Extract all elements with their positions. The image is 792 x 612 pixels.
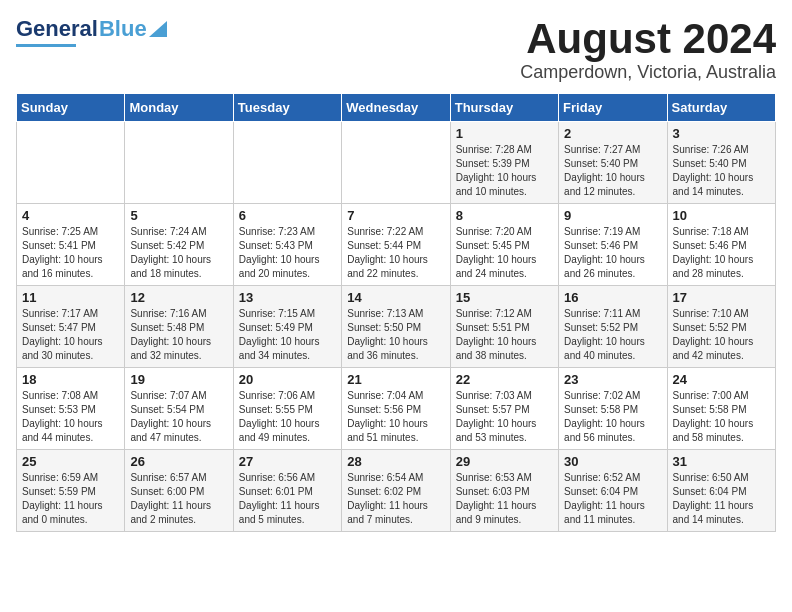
table-row: 18Sunrise: 7:08 AM Sunset: 5:53 PM Dayli…	[17, 368, 125, 450]
day-info: Sunrise: 7:06 AM Sunset: 5:55 PM Dayligh…	[239, 389, 336, 445]
day-info: Sunrise: 7:07 AM Sunset: 5:54 PM Dayligh…	[130, 389, 227, 445]
day-info: Sunrise: 6:53 AM Sunset: 6:03 PM Dayligh…	[456, 471, 553, 527]
table-row: 29Sunrise: 6:53 AM Sunset: 6:03 PM Dayli…	[450, 450, 558, 532]
header-monday: Monday	[125, 94, 233, 122]
table-row: 11Sunrise: 7:17 AM Sunset: 5:47 PM Dayli…	[17, 286, 125, 368]
day-info: Sunrise: 7:17 AM Sunset: 5:47 PM Dayligh…	[22, 307, 119, 363]
day-number: 18	[22, 372, 119, 387]
header-friday: Friday	[559, 94, 667, 122]
table-row: 28Sunrise: 6:54 AM Sunset: 6:02 PM Dayli…	[342, 450, 450, 532]
logo-underline	[16, 44, 76, 47]
table-row: 12Sunrise: 7:16 AM Sunset: 5:48 PM Dayli…	[125, 286, 233, 368]
day-number: 5	[130, 208, 227, 223]
table-row: 4Sunrise: 7:25 AM Sunset: 5:41 PM Daylig…	[17, 204, 125, 286]
day-number: 21	[347, 372, 444, 387]
table-row	[342, 122, 450, 204]
day-info: Sunrise: 7:23 AM Sunset: 5:43 PM Dayligh…	[239, 225, 336, 281]
day-info: Sunrise: 7:28 AM Sunset: 5:39 PM Dayligh…	[456, 143, 553, 199]
day-number: 27	[239, 454, 336, 469]
day-info: Sunrise: 7:02 AM Sunset: 5:58 PM Dayligh…	[564, 389, 661, 445]
day-info: Sunrise: 7:11 AM Sunset: 5:52 PM Dayligh…	[564, 307, 661, 363]
day-info: Sunrise: 7:04 AM Sunset: 5:56 PM Dayligh…	[347, 389, 444, 445]
day-number: 17	[673, 290, 770, 305]
table-row: 24Sunrise: 7:00 AM Sunset: 5:58 PM Dayli…	[667, 368, 775, 450]
table-row: 26Sunrise: 6:57 AM Sunset: 6:00 PM Dayli…	[125, 450, 233, 532]
day-number: 30	[564, 454, 661, 469]
calendar-header-row: Sunday Monday Tuesday Wednesday Thursday…	[17, 94, 776, 122]
day-number: 12	[130, 290, 227, 305]
day-info: Sunrise: 6:59 AM Sunset: 5:59 PM Dayligh…	[22, 471, 119, 527]
day-number: 15	[456, 290, 553, 305]
page-header: General Blue August 2024 Camperdown, Vic…	[16, 16, 776, 83]
table-row: 2Sunrise: 7:27 AM Sunset: 5:40 PM Daylig…	[559, 122, 667, 204]
calendar-subtitle: Camperdown, Victoria, Australia	[520, 62, 776, 83]
day-info: Sunrise: 7:27 AM Sunset: 5:40 PM Dayligh…	[564, 143, 661, 199]
day-number: 6	[239, 208, 336, 223]
table-row: 6Sunrise: 7:23 AM Sunset: 5:43 PM Daylig…	[233, 204, 341, 286]
day-number: 31	[673, 454, 770, 469]
day-info: Sunrise: 7:03 AM Sunset: 5:57 PM Dayligh…	[456, 389, 553, 445]
day-info: Sunrise: 7:13 AM Sunset: 5:50 PM Dayligh…	[347, 307, 444, 363]
header-saturday: Saturday	[667, 94, 775, 122]
header-sunday: Sunday	[17, 94, 125, 122]
day-info: Sunrise: 7:08 AM Sunset: 5:53 PM Dayligh…	[22, 389, 119, 445]
table-row: 14Sunrise: 7:13 AM Sunset: 5:50 PM Dayli…	[342, 286, 450, 368]
logo-blue: Blue	[99, 16, 147, 42]
day-number: 23	[564, 372, 661, 387]
day-info: Sunrise: 7:18 AM Sunset: 5:46 PM Dayligh…	[673, 225, 770, 281]
day-number: 13	[239, 290, 336, 305]
table-row: 23Sunrise: 7:02 AM Sunset: 5:58 PM Dayli…	[559, 368, 667, 450]
logo-general: General	[16, 16, 98, 42]
day-number: 19	[130, 372, 227, 387]
day-number: 9	[564, 208, 661, 223]
table-row: 3Sunrise: 7:26 AM Sunset: 5:40 PM Daylig…	[667, 122, 775, 204]
table-row	[125, 122, 233, 204]
day-info: Sunrise: 7:19 AM Sunset: 5:46 PM Dayligh…	[564, 225, 661, 281]
table-row: 17Sunrise: 7:10 AM Sunset: 5:52 PM Dayli…	[667, 286, 775, 368]
table-row: 25Sunrise: 6:59 AM Sunset: 5:59 PM Dayli…	[17, 450, 125, 532]
day-info: Sunrise: 7:00 AM Sunset: 5:58 PM Dayligh…	[673, 389, 770, 445]
day-info: Sunrise: 6:57 AM Sunset: 6:00 PM Dayligh…	[130, 471, 227, 527]
table-row: 22Sunrise: 7:03 AM Sunset: 5:57 PM Dayli…	[450, 368, 558, 450]
day-info: Sunrise: 6:50 AM Sunset: 6:04 PM Dayligh…	[673, 471, 770, 527]
table-row: 27Sunrise: 6:56 AM Sunset: 6:01 PM Dayli…	[233, 450, 341, 532]
table-row	[17, 122, 125, 204]
day-number: 14	[347, 290, 444, 305]
day-number: 8	[456, 208, 553, 223]
day-number: 11	[22, 290, 119, 305]
logo-arrow-icon	[149, 21, 167, 37]
day-number: 24	[673, 372, 770, 387]
table-row: 10Sunrise: 7:18 AM Sunset: 5:46 PM Dayli…	[667, 204, 775, 286]
day-info: Sunrise: 7:24 AM Sunset: 5:42 PM Dayligh…	[130, 225, 227, 281]
day-number: 26	[130, 454, 227, 469]
header-tuesday: Tuesday	[233, 94, 341, 122]
table-row	[233, 122, 341, 204]
calendar-title: August 2024	[520, 16, 776, 62]
day-info: Sunrise: 7:16 AM Sunset: 5:48 PM Dayligh…	[130, 307, 227, 363]
table-row: 13Sunrise: 7:15 AM Sunset: 5:49 PM Dayli…	[233, 286, 341, 368]
table-row: 31Sunrise: 6:50 AM Sunset: 6:04 PM Dayli…	[667, 450, 775, 532]
day-number: 7	[347, 208, 444, 223]
day-number: 20	[239, 372, 336, 387]
table-row: 7Sunrise: 7:22 AM Sunset: 5:44 PM Daylig…	[342, 204, 450, 286]
calendar-week-row: 18Sunrise: 7:08 AM Sunset: 5:53 PM Dayli…	[17, 368, 776, 450]
table-row: 21Sunrise: 7:04 AM Sunset: 5:56 PM Dayli…	[342, 368, 450, 450]
day-number: 10	[673, 208, 770, 223]
day-number: 1	[456, 126, 553, 141]
day-info: Sunrise: 7:20 AM Sunset: 5:45 PM Dayligh…	[456, 225, 553, 281]
day-info: Sunrise: 7:26 AM Sunset: 5:40 PM Dayligh…	[673, 143, 770, 199]
header-wednesday: Wednesday	[342, 94, 450, 122]
day-info: Sunrise: 6:54 AM Sunset: 6:02 PM Dayligh…	[347, 471, 444, 527]
day-number: 25	[22, 454, 119, 469]
day-info: Sunrise: 7:12 AM Sunset: 5:51 PM Dayligh…	[456, 307, 553, 363]
table-row: 20Sunrise: 7:06 AM Sunset: 5:55 PM Dayli…	[233, 368, 341, 450]
table-row: 8Sunrise: 7:20 AM Sunset: 5:45 PM Daylig…	[450, 204, 558, 286]
day-number: 4	[22, 208, 119, 223]
day-number: 3	[673, 126, 770, 141]
header-thursday: Thursday	[450, 94, 558, 122]
day-info: Sunrise: 7:10 AM Sunset: 5:52 PM Dayligh…	[673, 307, 770, 363]
calendar-week-row: 11Sunrise: 7:17 AM Sunset: 5:47 PM Dayli…	[17, 286, 776, 368]
day-info: Sunrise: 7:25 AM Sunset: 5:41 PM Dayligh…	[22, 225, 119, 281]
day-info: Sunrise: 7:22 AM Sunset: 5:44 PM Dayligh…	[347, 225, 444, 281]
day-info: Sunrise: 6:52 AM Sunset: 6:04 PM Dayligh…	[564, 471, 661, 527]
